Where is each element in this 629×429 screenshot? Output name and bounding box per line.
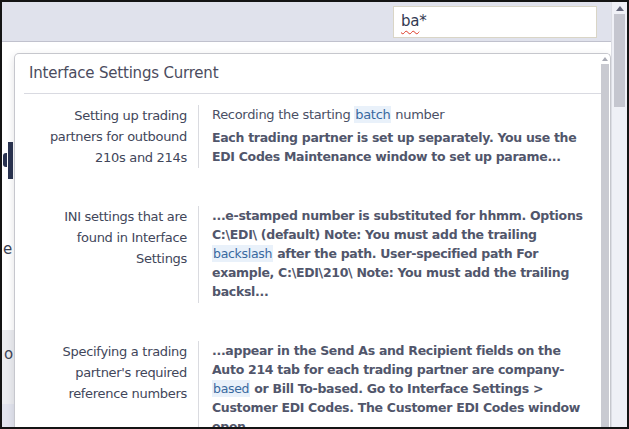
snippet-text: Recording the starting [212, 107, 354, 122]
panel-scrollbar-thumb[interactable] [601, 64, 609, 427]
search-term-highlight: backslash [212, 245, 273, 262]
result-topic-title[interactable]: Setting up trading partners for outbound… [15, 105, 187, 168]
snippet-text: ...appear in the Send As and Recipient f… [212, 343, 564, 377]
snippet-text: Each trading partner is set up separatel… [212, 130, 576, 164]
result-topic-title[interactable]: INI settings that are found in Interface… [15, 206, 187, 303]
snippet-text: ...e-stamped number is substituted for h… [212, 208, 583, 242]
search-input[interactable]: ba* [393, 6, 597, 38]
background-glyph-fragment [3, 153, 7, 167]
result-topic-title[interactable]: Specifying a trading partner's required … [15, 341, 187, 427]
results-list: Setting up trading partners for outbound… [15, 99, 610, 427]
result-row[interactable]: Setting up trading partners for outbound… [15, 99, 596, 174]
search-term-highlight: based [212, 380, 250, 397]
panel-scrollbar[interactable] [601, 54, 609, 427]
window-scrollbar-thumb[interactable] [614, 14, 625, 107]
result-snippet-body: ...e-stamped number is substituted for h… [212, 206, 594, 301]
search-results-panel: Interface Settings Current Setting up tr… [14, 53, 611, 427]
top-toolbar: ba* [2, 2, 611, 42]
background-text-fragment: e [3, 240, 12, 258]
result-snippet-body: ...appear in the Send As and Recipient f… [212, 341, 594, 427]
background-glyph-fragment [8, 142, 13, 179]
result-row[interactable]: INI settings that are found in Interface… [15, 200, 596, 309]
result-snippet-heading: Recording the starting batch number [212, 105, 594, 124]
search-query-wildcard-text: * [419, 12, 426, 30]
search-query-misspelled-text: ba [401, 12, 419, 30]
result-snippet: ...appear in the Send As and Recipient f… [198, 341, 596, 427]
window-scrollbar[interactable] [611, 2, 627, 427]
scroll-up-arrow-icon[interactable] [602, 57, 608, 61]
result-row[interactable]: Specifying a trading partner's required … [15, 335, 596, 427]
background-section [2, 404, 14, 427]
result-snippet: ...e-stamped number is substituted for h… [198, 206, 596, 303]
search-term-highlight: batch [354, 106, 391, 123]
background-page: e o [2, 42, 14, 427]
scroll-up-arrow-icon[interactable] [616, 6, 624, 11]
results-category-title: Interface Settings Current [24, 54, 601, 94]
result-snippet-body: Each trading partner is set up separatel… [212, 128, 594, 166]
result-snippet: Recording the starting batch numberEach … [198, 105, 596, 168]
snippet-text: or Bill To-based. Go to Interface Settin… [212, 381, 580, 427]
background-text-fragment: o [4, 345, 13, 363]
snippet-text: number [391, 107, 444, 122]
help-search-screen: e o ba* Interface Settings Current Setti… [0, 0, 629, 429]
